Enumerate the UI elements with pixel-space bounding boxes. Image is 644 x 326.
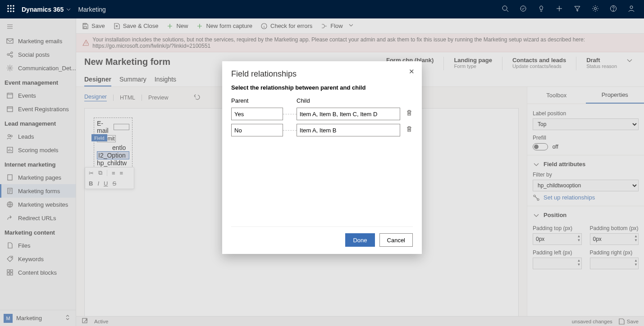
svg-point-13 bbox=[613, 10, 613, 10]
app-launcher-icon[interactable] bbox=[4, 5, 18, 14]
help-icon[interactable] bbox=[604, 5, 622, 14]
lightbulb-icon[interactable] bbox=[532, 5, 550, 14]
delete-row-button[interactable] bbox=[406, 126, 413, 135]
global-topbar: Dynamics 365 Marketing bbox=[0, 0, 644, 18]
child-column-label: Child bbox=[297, 97, 310, 104]
search-icon[interactable] bbox=[496, 5, 514, 14]
user-icon[interactable] bbox=[622, 5, 640, 14]
svg-point-3 bbox=[8, 8, 9, 9]
dialog-subtitle: Select the relationship between parent a… bbox=[231, 84, 413, 91]
svg-point-0 bbox=[8, 5, 9, 7]
svg-point-4 bbox=[10, 8, 12, 9]
task-icon[interactable] bbox=[514, 5, 532, 14]
relationship-row bbox=[231, 108, 413, 120]
close-button[interactable]: ✕ bbox=[409, 68, 415, 76]
filter-icon[interactable] bbox=[568, 5, 586, 14]
child-input[interactable] bbox=[297, 124, 400, 136]
plus-icon[interactable] bbox=[550, 5, 568, 14]
trash-icon bbox=[406, 126, 413, 133]
parent-input[interactable] bbox=[231, 124, 283, 136]
svg-point-8 bbox=[13, 11, 14, 12]
svg-point-10 bbox=[521, 6, 526, 11]
brand-label[interactable]: Dynamics 365 bbox=[22, 6, 64, 13]
chevron-down-icon[interactable] bbox=[66, 6, 71, 13]
delete-row-button[interactable] bbox=[406, 109, 413, 118]
gear-icon[interactable] bbox=[586, 5, 604, 14]
svg-point-9 bbox=[502, 6, 507, 10]
dialog-title: Field relationships bbox=[231, 69, 413, 79]
svg-point-1 bbox=[10, 5, 12, 7]
parent-input[interactable] bbox=[231, 108, 283, 120]
connector-line bbox=[283, 130, 297, 131]
svg-point-14 bbox=[630, 6, 633, 9]
svg-point-7 bbox=[10, 11, 12, 12]
svg-point-5 bbox=[13, 8, 14, 9]
done-button[interactable]: Done bbox=[345, 233, 375, 247]
cancel-button[interactable]: Cancel bbox=[379, 233, 413, 247]
svg-point-11 bbox=[594, 8, 597, 10]
trash-icon bbox=[406, 109, 413, 117]
child-input[interactable] bbox=[297, 108, 400, 120]
relationship-row bbox=[231, 124, 413, 136]
connector-line bbox=[283, 114, 297, 114]
app-name[interactable]: Marketing bbox=[78, 6, 105, 13]
svg-point-6 bbox=[8, 11, 9, 12]
svg-point-2 bbox=[13, 5, 14, 7]
field-relationships-dialog: ✕ Field relationships Select the relatio… bbox=[222, 61, 422, 254]
parent-column-label: Parent bbox=[231, 97, 292, 104]
